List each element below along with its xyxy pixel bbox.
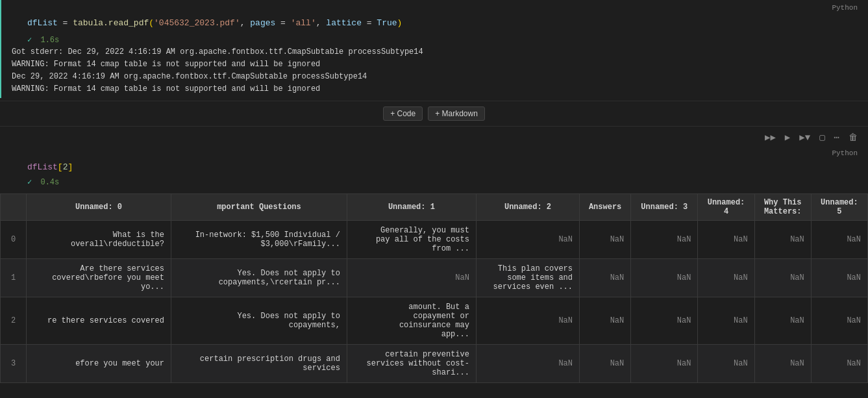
cell-controls: ▶▶ ▶ ▶▼ ▢ ⋯ 🗑 <box>0 129 868 145</box>
code-bracket-close: ] <box>68 162 73 172</box>
cell1-code-area[interactable]: dfList = tabula.read_pdf ( '045632_2023.… <box>1 13 868 34</box>
code-arg2-val: 'all' <box>291 17 316 30</box>
cell1-timing: ✓ 1.6s <box>1 34 868 46</box>
table-icon[interactable]: ▢ <box>817 131 827 144</box>
cell2-timing: ✓ 0.4s <box>1 176 868 188</box>
col-header-answers: Answers <box>580 194 631 221</box>
row2-col2: amount. But acopayment orcoinsurance may… <box>347 297 476 345</box>
table-body: 0 What is theoverall\rdeductible? In-net… <box>1 221 868 383</box>
col-header-unnamed1: Unnamed: 1 <box>347 194 476 221</box>
code-eq3: = <box>362 17 377 30</box>
cell-1: Python dfList = tabula.read_pdf ( '04563… <box>0 0 868 98</box>
row2-col5: NaN <box>631 297 698 345</box>
row0-col3: NaN <box>476 221 579 259</box>
row3-col3: NaN <box>476 345 579 383</box>
row0-col1: In-network: $1,500 Individual /$3,000\rF… <box>171 221 347 259</box>
row3-col7: NaN <box>754 345 811 383</box>
col-header-unnamed5: Unnamed:5 <box>811 194 867 221</box>
code-arg1: '045632_2023.pdf' <box>154 17 240 30</box>
row0-col7: NaN <box>754 221 811 259</box>
col-header-empty <box>1 194 27 221</box>
col-header-unnamed2: Unnamed: 2 <box>476 194 579 221</box>
run-icon[interactable]: ▶ <box>782 131 793 144</box>
row1-col2: NaN <box>347 259 476 297</box>
col-header-unnamed3: Unnamed: 3 <box>631 194 698 221</box>
row0-col8: NaN <box>811 221 867 259</box>
cell-2: Python dfList[2] ✓ 0.4s <box>0 145 868 191</box>
output-line-3: Dec 29, 2022 4:16:19 AM org.apache.fontb… <box>12 71 858 83</box>
check-icon: ✓ <box>27 36 32 45</box>
row1-col6: NaN <box>698 259 754 297</box>
cell1-lang-label: Python <box>1 3 868 13</box>
row3-col4: NaN <box>580 345 631 383</box>
table-row: 1 Are there servicescovered\rbefore you … <box>1 259 868 297</box>
row2-col1: Yes. Does not apply tocopayments, <box>171 297 347 345</box>
cell1-output: Got stderr: Dec 29, 2022 4:16:19 AM org.… <box>1 46 868 96</box>
output-line-1: Got stderr: Dec 29, 2022 4:16:19 AM org.… <box>12 46 858 58</box>
run-all-above-icon[interactable]: ▶▶ <box>762 131 778 144</box>
row2-col3: NaN <box>476 297 579 345</box>
cell2-code-area[interactable]: dfList[2] <box>1 158 868 176</box>
code-arg3-val: True <box>377 17 397 30</box>
code-paren-open: ( <box>149 17 154 30</box>
row2-col6: NaN <box>698 297 754 345</box>
code-line-1: dfList = tabula.read_pdf ( '045632_2023.… <box>27 17 858 30</box>
df-table: Unnamed: 0 mportant Questions Unnamed: 1… <box>0 193 868 383</box>
col-header-important: mportant Questions <box>171 194 347 221</box>
row1-col0: Are there servicescovered\rbefore you me… <box>27 259 171 297</box>
code-paren-close: ) <box>397 17 403 30</box>
row3-col8: NaN <box>811 345 867 383</box>
code-arg3-label: lattice <box>326 17 362 30</box>
row0-col5: NaN <box>631 221 698 259</box>
row2-col4: NaN <box>580 297 631 345</box>
row1-col4: NaN <box>580 259 631 297</box>
more-options-icon[interactable]: ⋯ <box>832 131 842 144</box>
table-row: 3 efore you meet your certain prescripti… <box>1 345 868 383</box>
delete-icon[interactable]: 🗑 <box>846 131 860 144</box>
row3-col1: certain prescription drugs andservices <box>171 345 347 383</box>
code-arg2-label: pages <box>250 17 275 30</box>
row0-col6: NaN <box>698 221 754 259</box>
row3-col0: efore you meet your <box>27 345 171 383</box>
code-assign: = <box>58 17 73 30</box>
output-line-2: WARNING: Format 14 cmap table is not sup… <box>12 58 858 71</box>
row0-col0: What is theoverall\rdeductible? <box>27 221 171 259</box>
dataframe-table: Unnamed: 0 mportant Questions Unnamed: 1… <box>0 193 868 383</box>
header-row: Unnamed: 0 mportant Questions Unnamed: 1… <box>1 194 868 221</box>
row3-col5: NaN <box>631 345 698 383</box>
code-comma2: , <box>316 17 327 30</box>
col-header-unnamed4: Unnamed:4 <box>698 194 754 221</box>
run-all-below-icon[interactable]: ▶▼ <box>797 131 813 144</box>
add-markdown-button[interactable]: + Markdown <box>428 106 485 121</box>
code-eq2: = <box>275 17 290 30</box>
cell-toolbar: + Code + Markdown <box>0 101 868 127</box>
code-variable: dfList <box>27 17 58 30</box>
row3-col6: NaN <box>698 345 754 383</box>
row1-col1: Yes. Does not apply tocopayments,\rcerta… <box>171 259 347 297</box>
row-index-0: 0 <box>1 221 27 259</box>
code-comma1: , <box>240 17 251 30</box>
row1-col8: NaN <box>811 259 867 297</box>
code-func: tabula.read_pdf <box>73 17 149 30</box>
row1-col3: This plan coverssome items andservices e… <box>476 259 579 297</box>
row0-col4: NaN <box>580 221 631 259</box>
row1-col7: NaN <box>754 259 811 297</box>
table-row: 0 What is theoverall\rdeductible? In-net… <box>1 221 868 259</box>
add-code-button[interactable]: + Code <box>383 106 423 121</box>
col-header-why-this-matters: Why ThisMatters: <box>754 194 811 221</box>
row2-col8: NaN <box>811 297 867 345</box>
table-header: Unnamed: 0 mportant Questions Unnamed: 1… <box>1 194 868 221</box>
code-dflist-var: dfList <box>27 162 58 172</box>
row-index-3: 3 <box>1 345 27 383</box>
col-header-unnamed0: Unnamed: 0 <box>27 194 171 221</box>
row-index-1: 1 <box>1 259 27 297</box>
cell2-lang-label: Python <box>1 148 868 158</box>
output-line-4: WARNING: Format 14 cmap table is not sup… <box>12 83 858 95</box>
row3-col2: certain preventiveservices without cost-… <box>347 345 476 383</box>
row2-col7: NaN <box>754 297 811 345</box>
table-row: 2 re there services covered Yes. Does no… <box>1 297 868 345</box>
row-index-2: 2 <box>1 297 27 345</box>
row1-col5: NaN <box>631 259 698 297</box>
row2-col0: re there services covered <box>27 297 171 345</box>
row0-col2: Generally, you mustpay all of the costsf… <box>347 221 476 259</box>
